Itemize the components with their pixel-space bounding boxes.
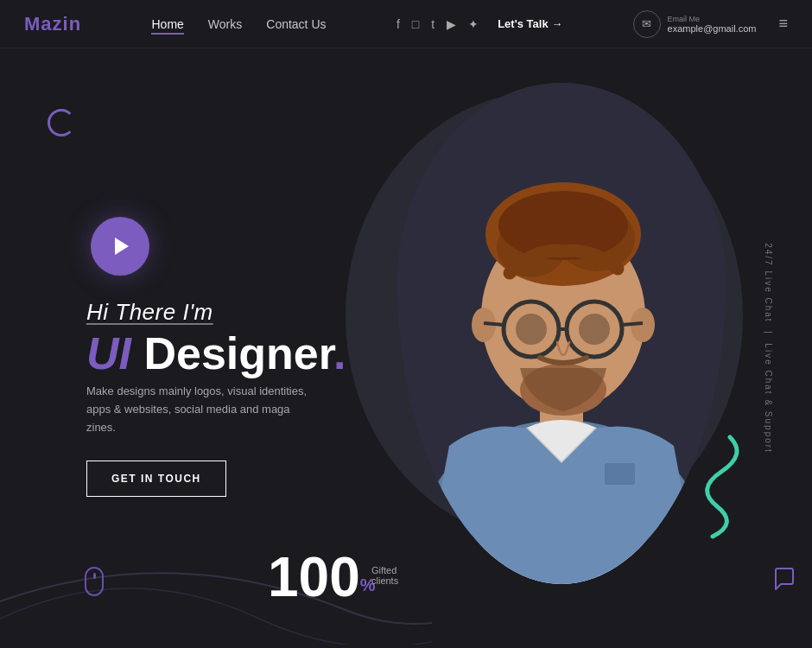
deco-circle-icon <box>48 109 75 137</box>
main-content: Hi There I'm UI Designer. Make designs m… <box>0 48 812 648</box>
logo[interactable]: Mazin <box>24 13 81 35</box>
nav-links: Home Works Contact Us <box>151 16 326 32</box>
email-info: Email Me example@gmail.com <box>668 15 757 34</box>
live-chat-text: 24/7 Live Chat <box>764 243 774 323</box>
nav-link-works[interactable]: Works <box>208 17 242 31</box>
hero-dot: . <box>333 328 346 378</box>
social-icons: f □ t ▶ ✦ Let's Talk → <box>396 17 562 31</box>
svg-line-15 <box>622 323 643 325</box>
mouse-wheel <box>93 573 96 579</box>
logo-accent: M <box>24 13 41 35</box>
instagram-icon[interactable]: □ <box>412 17 419 31</box>
logo-text: azin <box>41 13 81 35</box>
svg-rect-19 <box>605 463 635 485</box>
mouse-icon <box>85 567 104 596</box>
nav-item-contact[interactable]: Contact Us <box>266 16 326 32</box>
hero-greeting: Hi There I'm <box>86 299 346 326</box>
get-in-touch-button[interactable]: GET IN TOUCH <box>86 461 226 497</box>
stats-block: 100% Gifted clients <box>268 550 376 605</box>
hero-title-main: Designer <box>143 328 333 378</box>
pinterest-icon[interactable]: ✦ <box>468 17 479 31</box>
svg-point-17 <box>579 314 610 345</box>
email-icon[interactable]: ✉ <box>633 10 661 38</box>
support-text: Live Chat & Support <box>764 343 774 454</box>
svg-line-14 <box>484 323 504 325</box>
hero-text-block: Hi There I'm UI Designer. Make designs m… <box>86 299 346 497</box>
lets-talk-button[interactable]: Let's Talk → <box>498 17 562 30</box>
email-label: Email Me <box>668 15 757 23</box>
hamburger-icon[interactable]: ≡ <box>778 15 788 33</box>
play-triangle-icon <box>115 238 129 255</box>
chat-icon[interactable] <box>772 567 796 596</box>
nav-right: ✉ Email Me example@gmail.com ≡ <box>633 10 788 38</box>
nav-item-home[interactable]: Home <box>151 16 183 32</box>
hero-title-accent: UI <box>86 328 131 378</box>
nav-item-works[interactable]: Works <box>208 16 242 32</box>
gifted-label: Gifted clients <box>371 565 398 586</box>
email-value: example@gmail.com <box>668 23 757 34</box>
nav-link-home[interactable]: Home <box>151 17 183 35</box>
wavy-decoration <box>669 429 747 544</box>
vertical-text: 24/7 Live Chat | Live Chat & Support <box>764 243 774 454</box>
twitter-icon[interactable]: t <box>431 17 435 31</box>
hero-description: Make designs mainly logos, visual identi… <box>86 383 320 436</box>
nav-link-contact[interactable]: Contact Us <box>266 17 326 31</box>
email-section: ✉ Email Me example@gmail.com <box>633 10 757 38</box>
stats-number: 100 <box>268 546 360 608</box>
youtube-icon[interactable]: ▶ <box>447 17 456 31</box>
svg-point-16 <box>516 314 547 345</box>
navbar: Mazin Home Works Contact Us f □ t ▶ ✦ Le… <box>0 0 812 48</box>
play-button[interactable] <box>91 217 149 276</box>
facebook-icon[interactable]: f <box>396 17 400 31</box>
mouse-shape <box>85 567 104 596</box>
hero-title: UI Designer. <box>86 331 346 376</box>
